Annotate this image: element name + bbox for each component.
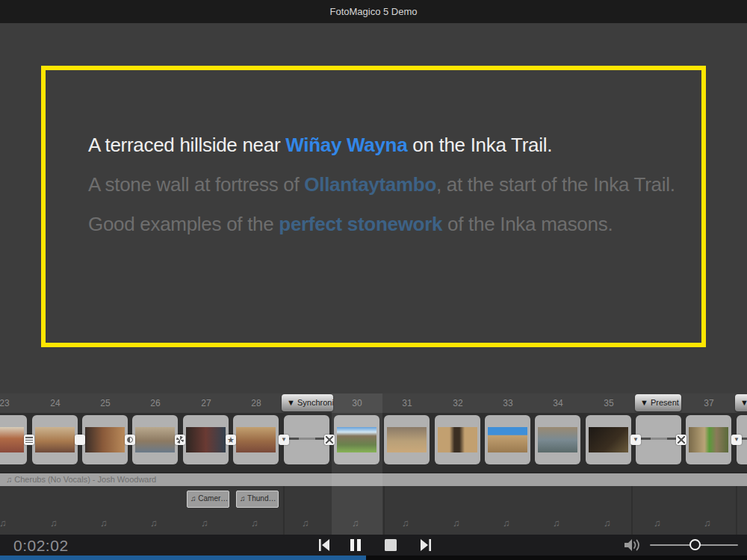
slide-number-34: 34 (545, 398, 571, 408)
slide-thumbnail-34[interactable] (535, 415, 580, 464)
volume-mute-button[interactable] (623, 538, 644, 553)
slide-thumbnail-30[interactable] (334, 415, 379, 464)
slide-number-31: 31 (394, 398, 420, 408)
slide-photo-30 (337, 427, 376, 452)
music-note-icon: ♫ (0, 517, 7, 529)
chapter-marker-synchronize[interactable]: ▼ Synchronize (282, 394, 333, 411)
slide-photo-25 (85, 427, 125, 452)
pause-icon (349, 538, 362, 552)
text-run: A stone wall at fortress of (88, 173, 304, 196)
music-note-icon: ♫ (251, 517, 258, 529)
music-note-icon: ♫ (302, 517, 309, 529)
slide-thumbnail-24[interactable] (32, 415, 78, 464)
slide-thumbnail-33[interactable] (485, 415, 530, 464)
window-title: FotoMagico 5 Demo (0, 0, 747, 23)
pause-button[interactable] (348, 538, 363, 552)
music-note-icon: ♫ (352, 517, 359, 529)
audio-snippet-0[interactable]: ♫ Camer… (187, 491, 229, 508)
chapter-marker-s[interactable]: ▼ S (735, 394, 747, 411)
iris-transition-icon[interactable] (125, 435, 135, 445)
chapter-marker-present[interactable]: ▼ Present (635, 394, 681, 411)
pinwheel-transition-icon[interactable] (175, 435, 185, 445)
volume-slider-knob[interactable] (689, 539, 701, 550)
slide-number-37: 37 (696, 398, 722, 408)
title-start-marker-icon[interactable]: ▼ (731, 435, 742, 445)
slide-thumbnail-32[interactable] (435, 415, 480, 464)
music-note-icon: ♫ (704, 517, 711, 529)
stop-icon (384, 538, 397, 552)
slide-photo-28 (236, 427, 276, 452)
slide-photo-27 (186, 427, 226, 452)
title-end-marker-icon[interactable] (324, 435, 335, 445)
highlighted-phrase: perfect stonework (279, 213, 442, 235)
audio-track[interactable]: ♫ Cherubs (No Vocals) - Josh Woodward (0, 473, 747, 486)
chapter-separator-3 (736, 486, 737, 535)
slide-photo-23 (0, 427, 24, 452)
slide-photo-26 (135, 427, 175, 452)
slide-text: A terraced hillside near Wiñay Wayna on … (88, 132, 686, 251)
slide-text-paragraph-3: Good examples of the perfect stonework o… (88, 211, 686, 237)
slide-number-33: 33 (495, 398, 521, 408)
slide-thumbnail-36[interactable] (636, 415, 681, 464)
star-transition-icon[interactable]: ★ (226, 435, 236, 445)
slide-number-25: 25 (93, 398, 118, 408)
music-note-icon: ♫ (402, 517, 409, 529)
slide-thumbnail-23[interactable] (0, 415, 27, 464)
music-note-icon: ♫ (553, 517, 560, 529)
slide-photo-35 (589, 427, 628, 452)
audio-region: ♫ Camer…♫ Thund…♫♫♫♫♫♫♫♫♫♫♫♫♫♫♫♫ (0, 486, 747, 535)
music-note-icon: ♫ (150, 517, 158, 529)
playback-progress-fill (0, 556, 366, 560)
slide-number-30: 30 (344, 398, 370, 408)
music-note-icon: ♫ (654, 517, 661, 529)
slide-photo-34 (538, 427, 577, 452)
slide-thumbnail-27[interactable] (183, 415, 229, 464)
skip-back-icon (317, 538, 331, 552)
slide-number-24: 24 (43, 398, 68, 408)
highlighted-phrase: Wiñay Wayna (285, 134, 407, 156)
slide-text-paragraph-1: A terraced hillside near Wiñay Wayna on … (88, 132, 686, 158)
slide-number-32: 32 (445, 398, 471, 408)
slide-text-paragraph-2: A stone wall at fortress of Ollantaytamb… (88, 172, 686, 198)
music-note-icon: ♫ (453, 517, 460, 529)
blinds-transition-icon[interactable] (24, 435, 34, 445)
text-run: , at the start of the Inka Trail. (436, 173, 675, 196)
text-run: A terraced hillside near (88, 134, 285, 156)
skip-back-button[interactable] (317, 538, 332, 552)
slide-thumbnail-25[interactable] (82, 415, 128, 464)
highlighted-phrase: Ollantaytambo (304, 173, 436, 196)
slide-thumbnail-29[interactable] (284, 415, 329, 464)
title-start-marker-icon[interactable]: ▼ (279, 435, 289, 445)
audio-snippet-1[interactable]: ♫ Thund… (236, 491, 279, 508)
thumbnails-row: ★▼▼▼ (0, 413, 747, 472)
timeline-ruler: 23242526272830313233343537▼ Synchronize▼… (0, 393, 747, 413)
text-run: on the Inka Trail. (407, 134, 552, 156)
title-end-marker-icon[interactable] (676, 435, 686, 445)
slide-number-26: 26 (143, 398, 168, 408)
playback-progress-bar (0, 556, 747, 560)
slide-thumbnail-28[interactable] (233, 415, 279, 464)
stage: A terraced hillside near Wiñay Wayna on … (0, 23, 747, 393)
slide-photo-24 (35, 427, 75, 452)
chapter-separator-2 (631, 486, 633, 535)
slide-photo-31 (387, 427, 427, 452)
title-slide-duration-line-29 (286, 438, 327, 440)
slide-thumbnail-37[interactable] (686, 415, 731, 464)
text-run: Good examples of the (88, 213, 279, 235)
slide-thumbnail-26[interactable] (132, 415, 178, 464)
slide-number-35: 35 (596, 398, 622, 408)
music-note-icon: ♫ (50, 517, 58, 529)
music-note-icon: ♫ (503, 517, 510, 529)
fade-transition-icon[interactable] (75, 435, 85, 445)
skip-forward-button[interactable] (418, 538, 433, 552)
slide-photo-37 (689, 427, 728, 452)
title-start-marker-icon[interactable]: ▼ (630, 435, 641, 445)
slide-thumbnail-31[interactable] (384, 415, 430, 464)
speaker-icon (623, 538, 644, 553)
text-run: of the Inka masons. (442, 213, 613, 235)
slide-thumbnail-35[interactable] (586, 415, 631, 464)
slide-photo-32 (438, 427, 477, 452)
slide-number-28: 28 (244, 398, 269, 408)
timeline: 23242526272830313233343537▼ Synchronize▼… (0, 393, 747, 535)
stop-button[interactable] (383, 538, 398, 552)
